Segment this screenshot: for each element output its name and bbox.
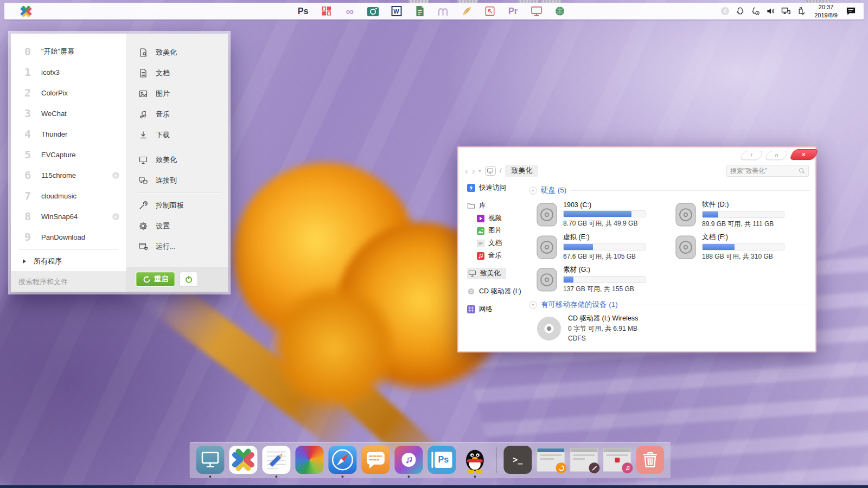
drive-info: 67.6 GB 可用, 共 105 GB bbox=[563, 252, 646, 261]
start-menu-run-item[interactable]: 运行... bbox=[126, 236, 228, 257]
screenshot-box-icon[interactable] bbox=[483, 5, 496, 18]
power-button[interactable] bbox=[180, 272, 198, 287]
drive-d[interactable]: 软件 (D:) 89.9 GB 可用, 共 111 GB bbox=[675, 200, 810, 229]
start-menu-music-item[interactable]: 音乐 bbox=[126, 104, 228, 125]
dock-item-window-preview-1[interactable] bbox=[537, 446, 565, 472]
music-icon bbox=[138, 110, 148, 120]
dock-item-trash[interactable] bbox=[636, 446, 664, 474]
minimize-button[interactable]: / bbox=[739, 151, 764, 160]
photoshop-icon[interactable]: Ps bbox=[297, 5, 310, 18]
explorer-search-box[interactable] bbox=[726, 165, 809, 177]
hard-disks-section-header[interactable]: ▾ 硬盘 (5) bbox=[529, 185, 810, 195]
maximize-button[interactable]: o bbox=[764, 151, 789, 160]
app-badge-icon bbox=[589, 463, 599, 473]
start-menu-item-pandownload[interactable]: 9 PanDownload bbox=[11, 227, 126, 247]
sidebar-item-network[interactable]: 网络 bbox=[458, 303, 528, 316]
start-menu-item-colorpix[interactable]: 2 ColorPix bbox=[11, 82, 126, 103]
dock: Ps >_ bbox=[189, 442, 671, 478]
start-menu-item-winsnap64[interactable]: 8 WinSnap64 ▸ bbox=[11, 206, 126, 227]
drive-f[interactable]: 文档 (F:) 188 GB 可用, 共 310 GB bbox=[675, 232, 810, 262]
dock-item-my-computer[interactable] bbox=[196, 446, 224, 478]
infinity-icon[interactable]: ∞ bbox=[343, 5, 356, 18]
action-center-icon[interactable] bbox=[846, 6, 856, 16]
dock-item-terminal[interactable]: >_ bbox=[503, 446, 532, 474]
number-2-icon: 2 bbox=[21, 86, 35, 99]
usb-icon[interactable] bbox=[796, 6, 806, 16]
explorer-titlebar[interactable]: / o ✕ bbox=[458, 147, 815, 163]
dock-item-window-preview-2[interactable] bbox=[570, 446, 598, 472]
dock-item-photos[interactable] bbox=[295, 446, 323, 474]
close-button[interactable]: ✕ bbox=[789, 149, 819, 160]
drive-g[interactable]: 素材 (G:) 137 GB 可用, 共 155 GB bbox=[537, 265, 671, 294]
start-menu-item-115chrome[interactable]: 6 115chrome ▸ bbox=[11, 165, 126, 185]
start-menu-search-input[interactable] bbox=[18, 278, 114, 286]
dock-item-zhimeihua-start[interactable] bbox=[229, 446, 257, 474]
start-menu-control-panel-item[interactable]: 控制面板 bbox=[126, 195, 228, 216]
dock-item-notes[interactable] bbox=[262, 446, 290, 478]
start-menu-connect-item[interactable]: 连接到 bbox=[126, 170, 228, 191]
drive-e[interactable]: 虚拟 (E:) 67.6 GB 可用, 共 105 GB bbox=[537, 232, 671, 262]
drive-c[interactable]: 1903 (C:) 8.70 GB 可用, 共 49.9 GB bbox=[537, 200, 671, 229]
collapse-chevron-icon[interactable]: ▾ bbox=[529, 187, 537, 195]
hidden-icons-chevron-icon[interactable] bbox=[720, 6, 730, 16]
quick-access-icon bbox=[467, 184, 475, 192]
capacity-bar bbox=[563, 243, 646, 251]
breadcrumb[interactable]: 致美化 bbox=[505, 165, 538, 177]
camera-icon[interactable] bbox=[367, 5, 380, 18]
start-menu-search[interactable] bbox=[11, 271, 126, 292]
back-button[interactable]: ‹ bbox=[465, 166, 468, 176]
removable-devices-section-header[interactable]: ▾ 有可移动存储的设备 (1) bbox=[529, 300, 810, 310]
computer-breadcrumb-icon[interactable] bbox=[485, 166, 496, 176]
start-menu-item-wechat[interactable]: 3 WeChat bbox=[11, 103, 126, 124]
green-doc-icon[interactable] bbox=[413, 5, 426, 18]
red-monitor-icon[interactable] bbox=[530, 5, 543, 18]
sidebar-item-quick-access[interactable]: 快速访问 bbox=[458, 181, 528, 194]
start-menu-settings-item[interactable]: 设置 bbox=[126, 216, 228, 236]
sidebar-item-documents[interactable]: 文档 bbox=[458, 237, 528, 249]
dock-item-music[interactable] bbox=[394, 446, 423, 478]
dock-item-photoshop[interactable]: Ps bbox=[427, 446, 456, 474]
volume-icon[interactable] bbox=[765, 6, 776, 16]
red-grid-icon[interactable] bbox=[320, 5, 333, 18]
all-programs-item[interactable]: 所有程序 bbox=[11, 252, 126, 271]
explorer-search-input[interactable] bbox=[730, 167, 796, 175]
globe-icon[interactable] bbox=[553, 5, 566, 18]
history-dropdown-icon[interactable]: ▾ bbox=[478, 168, 481, 174]
start-menu-documents-item[interactable]: 文档 bbox=[126, 63, 228, 84]
start-menu-downloads-item[interactable]: 下载 bbox=[126, 125, 228, 145]
network-icon[interactable] bbox=[781, 6, 791, 16]
cd-drive-item[interactable]: CD 驱动器 (I:) Wireless 0 字节 可用, 共 6.91 MB … bbox=[529, 314, 810, 343]
sidebar-item-pictures[interactable]: 图片 bbox=[458, 224, 528, 237]
sidebar-item-videos[interactable]: 视频 bbox=[458, 212, 528, 224]
qq-service-tray-icon[interactable] bbox=[750, 6, 761, 16]
start-menu-item-cloudmusic[interactable]: 7 cloudmusic bbox=[11, 185, 126, 206]
sidebar-item-this-pc[interactable]: 致美化 bbox=[458, 267, 528, 280]
zhimeihua-logo-icon[interactable] bbox=[20, 5, 33, 18]
start-menu-item-start-screen[interactable]: 0 "开始"屏幕 bbox=[11, 41, 126, 62]
dock-item-qq[interactable] bbox=[461, 446, 489, 478]
word-icon[interactable]: W bbox=[390, 5, 403, 18]
maxthon-icon[interactable] bbox=[437, 5, 450, 18]
qq-tray-icon[interactable] bbox=[735, 6, 745, 16]
drive-name: 虚拟 (E:) bbox=[563, 233, 646, 242]
restart-button[interactable]: 重启 bbox=[136, 272, 175, 287]
dock-item-safari[interactable] bbox=[328, 446, 356, 478]
dock-divider bbox=[496, 447, 496, 473]
forward-button[interactable]: › bbox=[472, 166, 475, 176]
start-menu-computer-item[interactable]: 致美化 bbox=[126, 150, 228, 170]
wrench-icon bbox=[138, 201, 148, 211]
start-menu-item-icofx3[interactable]: 1 icofx3 bbox=[11, 62, 126, 82]
start-menu-item-evcapture[interactable]: 5 EVCapture bbox=[11, 144, 126, 165]
feather-icon[interactable] bbox=[460, 5, 473, 18]
clock[interactable]: 20:37 2019/8/9 bbox=[814, 3, 838, 19]
premiere-icon[interactable]: Pr bbox=[507, 5, 520, 18]
sidebar-item-libraries[interactable]: 库 bbox=[458, 199, 528, 212]
collapse-chevron-icon[interactable]: ▾ bbox=[529, 301, 537, 309]
start-menu-user-folder-item[interactable]: 致美化 bbox=[126, 42, 228, 63]
sidebar-item-music[interactable]: 音乐 bbox=[458, 249, 528, 262]
start-menu-item-thunder[interactable]: 4 Thunder bbox=[11, 124, 126, 144]
sidebar-item-cd-drive[interactable]: CD 驱动器 (I:) bbox=[458, 285, 528, 298]
dock-item-messages[interactable] bbox=[361, 446, 390, 474]
start-menu-pictures-item[interactable]: 图片 bbox=[126, 84, 228, 104]
dock-item-window-preview-3[interactable] bbox=[603, 446, 631, 472]
